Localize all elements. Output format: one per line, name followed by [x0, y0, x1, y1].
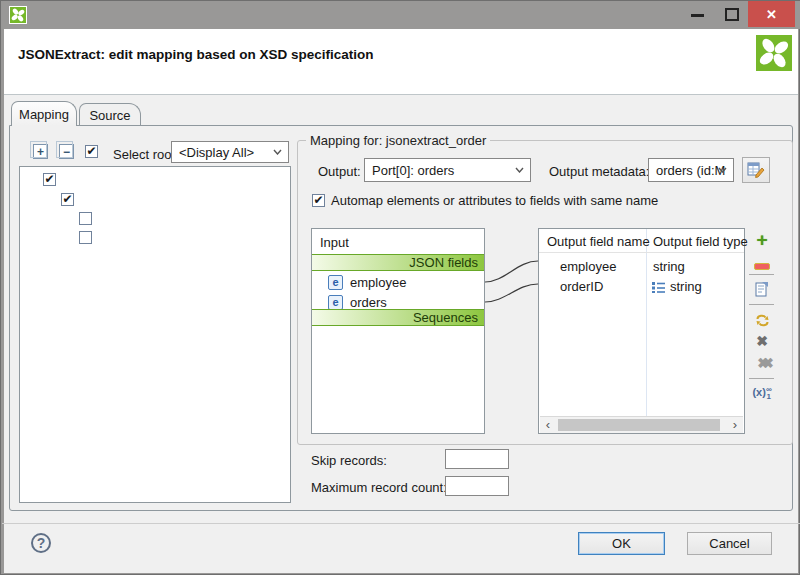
- ok-button[interactable]: OK: [578, 532, 665, 555]
- tree-checkbox-jsonextract-order[interactable]: [61, 193, 74, 206]
- column-divider: [646, 229, 647, 416]
- output-table: Output field name Output field type empl…: [538, 228, 745, 434]
- dialog-header: [4, 29, 798, 95]
- plus-icon: +: [756, 229, 767, 250]
- list-icon: [652, 281, 665, 293]
- toolbar-separator: [749, 304, 774, 305]
- collapse-all-icon[interactable]: −: [59, 144, 74, 159]
- automap-checkbox[interactable]: [312, 194, 325, 207]
- edit-metadata-button[interactable]: [742, 157, 770, 183]
- clover-logo-icon: [756, 35, 792, 71]
- output-row-employee-type[interactable]: string: [653, 259, 685, 274]
- tab-source[interactable]: Source: [79, 103, 141, 126]
- select-root-value: <Display All>: [179, 145, 254, 160]
- output-row-employee-name[interactable]: employee: [560, 259, 616, 274]
- edit-document-icon: [754, 281, 770, 297]
- skip-records-label: Skip records:: [311, 453, 387, 468]
- max-record-count-input[interactable]: [445, 476, 509, 496]
- maximize-button[interactable]: [725, 8, 739, 21]
- question-icon: ?: [37, 535, 46, 551]
- tab-source-label: Source: [89, 108, 130, 123]
- tree-checkbox-json-object[interactable]: [43, 173, 56, 186]
- output-metadata-dropdown[interactable]: orders (id:M: [648, 158, 734, 182]
- cancel-mapping-button[interactable]: ✖: [750, 333, 774, 349]
- input-panel-title: Input: [320, 235, 349, 250]
- output-label: Output:: [318, 164, 361, 179]
- output-row-orderid-type[interactable]: string: [670, 279, 702, 294]
- xsd-tree-panel: [19, 166, 291, 503]
- expand-all-icon[interactable]: +: [33, 144, 48, 159]
- header-divider: [539, 252, 744, 253]
- column-header-type: Output field type: [653, 234, 748, 249]
- select-root-label: Select root:: [113, 147, 179, 162]
- select-all-checkbox[interactable]: [85, 145, 98, 158]
- edit-metadata-icon: [747, 162, 765, 178]
- minimize-button[interactable]: [691, 14, 704, 17]
- toolbar-separator: [749, 378, 774, 379]
- toolbar-separator: [749, 274, 774, 275]
- mapping-groupbox-legend: Mapping for: jsonextract_order: [306, 133, 490, 148]
- input-field-employee[interactable]: employee: [350, 275, 406, 290]
- auto-map-button[interactable]: [750, 312, 774, 329]
- output-row-orderid-name[interactable]: orderID: [560, 279, 603, 294]
- scroll-left-icon[interactable]: ‹: [541, 418, 555, 432]
- footer-separator: [2, 523, 800, 524]
- remove-field-button[interactable]: [750, 258, 774, 273]
- occurrences-button[interactable]: (x)∞1: [750, 386, 774, 400]
- fx-icon: (x): [752, 386, 765, 398]
- scrollbar-thumb[interactable]: [558, 419, 720, 431]
- input-panel: Input JSON fields e employee e orders Se…: [311, 228, 485, 434]
- clover-logo-icon-small: [9, 6, 27, 24]
- column-header-name: Output field name: [547, 234, 650, 249]
- cancel-all-mappings-button[interactable]: ✖✖: [750, 355, 774, 371]
- input-field-orders[interactable]: orders: [350, 295, 387, 310]
- double-x-icon: ✖✖: [757, 355, 766, 371]
- output-port-value: Port[0]: orders: [372, 163, 454, 178]
- page-title: JSONExtract: edit mapping based on XSD s…: [18, 47, 374, 62]
- x-icon: ✖: [756, 333, 768, 349]
- dialog-window: ✕ JSONExtract: edit mapping based on XSD…: [0, 0, 800, 575]
- band-json-fields: JSON fields: [312, 254, 484, 271]
- swap-arrows-icon: [754, 312, 771, 329]
- scroll-right-icon[interactable]: ›: [728, 418, 742, 432]
- title-bar: [1, 1, 800, 29]
- tab-mapping-label: Mapping: [19, 107, 69, 122]
- select-root-dropdown[interactable]: <Display All>: [171, 141, 289, 163]
- tree-checkbox-employee[interactable]: [79, 212, 92, 225]
- element-icon: e: [328, 295, 343, 310]
- tab-mapping[interactable]: Mapping: [11, 101, 77, 126]
- help-button[interactable]: ?: [31, 533, 51, 553]
- cancel-button[interactable]: Cancel: [687, 532, 772, 555]
- max-record-count-label: Maximum record count:: [311, 480, 447, 495]
- band-sequences: Sequences: [312, 309, 484, 326]
- close-button[interactable]: ✕: [748, 1, 795, 27]
- automap-label: Automap elements or attributes to fields…: [331, 193, 658, 208]
- skip-records-input[interactable]: [445, 449, 509, 469]
- output-metadata-value: orders (id:M: [656, 163, 725, 178]
- tree-checkbox-orders[interactable]: [79, 231, 92, 244]
- edit-field-button[interactable]: [750, 281, 774, 297]
- horizontal-scrollbar[interactable]: ‹ ›: [540, 416, 743, 433]
- element-icon: e: [328, 275, 343, 290]
- add-field-button[interactable]: +: [750, 232, 774, 249]
- output-metadata-label: Output metadata:: [549, 164, 649, 179]
- output-port-dropdown[interactable]: Port[0]: orders: [364, 158, 531, 182]
- minus-icon: [754, 263, 770, 270]
- mapping-connectors: [485, 228, 538, 348]
